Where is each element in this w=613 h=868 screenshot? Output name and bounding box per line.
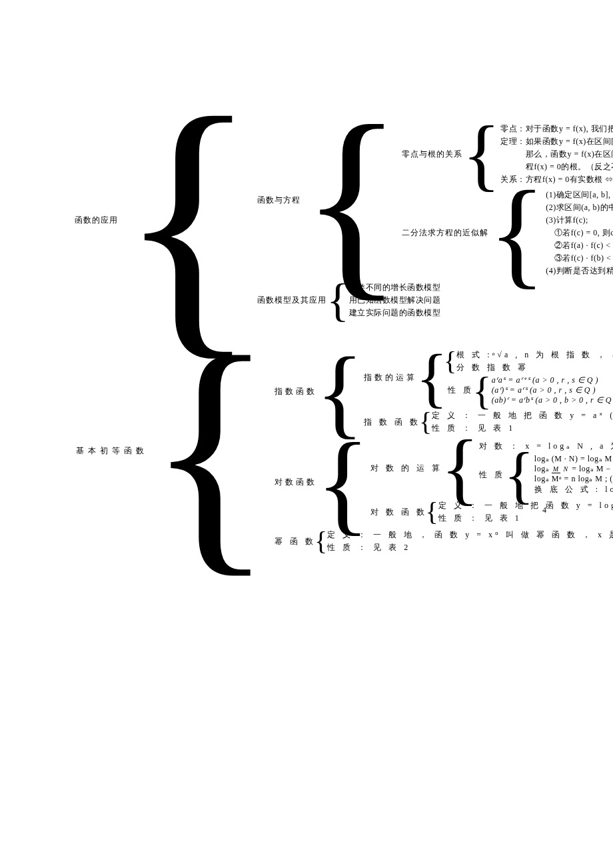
text-model-2: 用已知函数模型解决问题 [346,294,441,307]
label-bisection: 二分法求方程的近似解 [400,227,490,239]
branch-exp-operation: 指数的运算 { { 根 式 :ⁿ√a , n 为 根 指 数 ， a 为 被 开… [361,349,613,407]
branch-exp-properties: 性 质 { aʳaˢ = aʳ⁺ˢ (a > 0 , r , s ∈ Q ) (… [445,375,613,405]
text-log-def-line: 定 义 ： 一 般 地 把 函 数 y = logₐ x (a > 0 且 a … [436,499,613,512]
branch-logarithm: 对数函数 { 对 数 的 运 算 { 对 数 ： x = logₐ N , a … [272,439,613,526]
label-log-prop: 性 质 [476,469,505,481]
label-log-func-def: 对 数 函 数 [368,506,427,519]
text-root-formula: 根 式 :ⁿ√a , n 为 根 指 数 ， a 为 被 开 方 数 [454,349,613,361]
label-logarithm: 对数函数 [272,476,317,489]
text-power-def: 定 义 ： 一 般 地 ， 函 数 y = xᵅ 叫 做 幂 函 数 ， x 是… [324,529,613,541]
text-exp-rule-3: (ab)ʳ = aʳbˢ (a > 0 , b > 0 , r ∈ Q ) [489,395,613,405]
section-elementary-functions: 基本初等函数 { 指数函数 { 指数的运算 { { [73,346,613,555]
label-exponential: 指数函数 [272,385,317,398]
text-bisect-3: (3)计算f(c); [543,214,613,227]
text-log-rule-3: logₐ Mⁿ = n logₐ M ; (a > 0 , a ≠ 1 , M … [532,474,613,484]
text-log-def: 对 数 ： x = logₐ N , a 为 底 数 ， N 为 真 数 [476,440,613,453]
root-label-function-app: 函数的应用 [73,215,119,226]
text-zero-theorem-1: 定理：如果函数y = f(x)在区间[a, b]上的图象是连续不断的一条曲线，并… [498,135,613,148]
frac-m-over-n: M N [552,466,570,473]
branch-log-properties: 性 质 { logₐ (M · N) = logₐ M + logₐ N ; l… [476,454,613,495]
text-log-rule-1: logₐ (M · N) = logₐ M + logₐ N ; [532,454,613,464]
branch-exp-func-def: 指 数 函 数 { 定 义 ： 一 般 地 把 函 数 y = aˣ (a > … [361,409,613,435]
label-func-equation: 函数与方程 [256,195,302,206]
text-bisect-3c: ③若f(c) · f(b) < 0, 则令a = c(此时零点x₀ ∈ (c, … [543,252,613,265]
text-log-rule-4a: 换 底 公 式 : logₐ b = [534,485,613,494]
text-bisect-2: (2)求区间(a, b)的中点c; [543,201,613,214]
page-number: 4 [542,505,546,515]
label-log-operation: 对 数 的 运 算 [368,462,442,475]
text-log-rule-2a: logₐ [534,464,552,473]
group-root-frac-exp: { 根 式 :ⁿ√a , n 为 根 指 数 ， a 为 被 开 方 数 分 数… [445,349,613,374]
root-label-elementary: 基本初等函数 [73,445,148,457]
text-zero-theorem-2: 那么，函数y = f(x)在区间[a, b]内有零点。即存在c ∈ (a, b)… [498,148,613,161]
text-power-prop-ref: 性 质 ： 见 表 2 [324,541,613,554]
text-exp-def: 定 义 ： 一 般 地 把 函 数 y = aˣ (a > 0 且 a ≠ 1)… [429,409,613,422]
text-log-prop-ref: 性 质 ： 见 表 1 [436,512,613,525]
text-bisect-1: (1)确定区间[a, b], 验证f(a) · f(b) < 0, 给定精确度ε… [543,189,613,201]
label-exp-operation: 指数的运算 [361,371,417,384]
branch-func-equation: 函数与方程 { 零点与根的关系 { 零点：对于函数y = f(x), 我们把使f… [256,121,613,279]
section-function-application: 函数的应用 { 函数与方程 { 零点与根的关系 { 零点：对于函数y = f(x… [73,120,613,321]
text-bisect-3b: ②若f(a) · f(c) < 0, 则令b = c(此时零点x₀ ∈ (a, … [543,239,613,252]
text-zero-def: 零点：对于函数y = f(x), 我们把使f(x) = 0的实数x叫做函数y =… [498,123,613,135]
branch-func-model: 函数模型及其应用 { 几类不同的增长函数模型 用已知函数模型解决问题 建立实际问… [256,281,613,319]
text-log-rule-4: 换 底 公 式 : logₐ b = log_c b log_c a (a , … [532,484,613,495]
text-model-3: 建立实际问题的函数模型 [346,307,441,319]
branch-log-func-def: 对 数 函 数 { 定 义 ： 一 般 地 把 函 数 y = logₐ x (… [368,499,613,525]
text-log-rule-2: logₐ M N = logₐ M − logₐ N ; [532,464,613,474]
branch-power-function: 幂 函 数 { 定 义 ： 一 般 地 ， 函 数 y = xᵅ 叫 做 幂 函… [272,529,613,554]
branch-bisection: 二分法求方程的近似解 { (1)确定区间[a, b], 验证f(a) · f(b… [400,189,613,277]
label-power-function: 幂 函 数 [272,535,316,548]
text-bisect-3a: ①若f(c) = 0, 则c就是函数的零点; [543,227,613,239]
text-model-1: 几类不同的增长函数模型 [346,281,441,294]
text-log-rule-2b: = logₐ M − logₐ N ; [572,464,613,473]
branch-log-operation: 对 数 的 运 算 { 对 数 ： x = logₐ N , a 为 底 数 ，… [368,440,613,497]
text-bisect-4: (4)判断是否达到精确度ε: 即若 |a - b| < ε, 则得到零点的近似值… [543,265,613,277]
frac-bot: N [562,465,570,473]
label-zero-root: 零点与根的关系 [400,149,464,160]
label-exp-prop: 性 质 [445,384,474,397]
frac-top: M [552,465,560,473]
text-exp-rule-2: (aʳ)ˢ = aʳˢ (a > 0 , r , s ∈ Q ) [489,385,613,395]
text-exp-rule-1: aʳaˢ = aʳ⁺ˢ (a > 0 , r , s ∈ Q ) [489,375,613,385]
